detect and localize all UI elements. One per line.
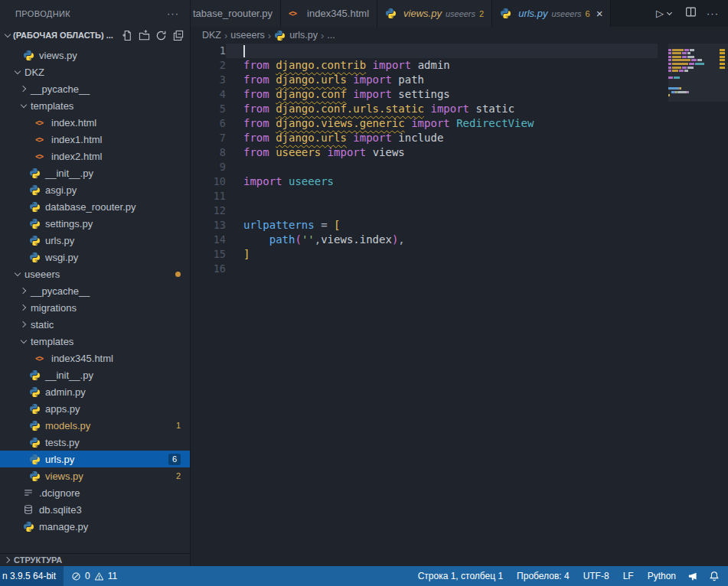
- line-number: 10: [191, 174, 226, 189]
- tree-item-index1.html[interactable]: <>index1.html: [0, 131, 190, 148]
- modified-dot: [175, 272, 181, 277]
- line-number: 14: [191, 233, 226, 247]
- indentation[interactable]: Пробелов: 4: [510, 571, 576, 581]
- code-line[interactable]: 13urlpatterns = [: [191, 218, 728, 233]
- bell-icon[interactable]: [704, 571, 728, 581]
- tree-item-DKZ[interactable]: DKZ: [0, 63, 190, 80]
- tree-item-models.py[interactable]: models.py1: [0, 417, 190, 434]
- minimap[interactable]: [668, 44, 717, 566]
- breadcrumb-item[interactable]: DKZ: [202, 30, 221, 41]
- error-count: 0: [85, 571, 90, 581]
- python-interpreter-status[interactable]: n 3.9.5 64-bit: [0, 566, 64, 586]
- tree-item-label: templates: [31, 100, 73, 112]
- tree-item-db.sqlite3[interactable]: db.sqlite3: [0, 501, 190, 518]
- tree-item-database_roouter.py[interactable]: database_roouter.py: [0, 198, 190, 215]
- tree-item-.dcignore[interactable]: .dcignore: [0, 484, 190, 501]
- code-line[interactable]: 9: [191, 160, 728, 174]
- code-line[interactable]: 7from django.urls import include: [191, 131, 728, 145]
- tree-item-label: index.html: [51, 117, 96, 129]
- tree-item-label: .dcignore: [39, 487, 80, 499]
- new-folder-button[interactable]: [139, 30, 150, 41]
- breadcrumb-item[interactable]: urls.py: [274, 30, 318, 41]
- tree-item-views.py[interactable]: views.py: [0, 47, 190, 63]
- breadcrumb: DKZ›useeers›urls.py›...: [191, 27, 728, 44]
- workspace-section-header[interactable]: (РАБОЧАЯ ОБЛАСТЬ) ...: [0, 27, 190, 44]
- tab-urls.py[interactable]: urls.pyuseeers6×: [492, 0, 611, 27]
- tree-item-label: urls.py: [45, 454, 74, 465]
- tree-item-label: urls.py: [45, 235, 74, 246]
- chevron-separator: ›: [321, 30, 324, 41]
- megaphone-icon[interactable]: [683, 571, 704, 581]
- code-line[interactable]: 14 path('',views.index),: [191, 233, 728, 247]
- breadcrumb-item[interactable]: ...: [327, 30, 335, 41]
- tree-item-urls.py[interactable]: urls.py6: [0, 451, 190, 467]
- more-actions-button[interactable]: ···: [707, 8, 719, 19]
- tab-description: useeers: [551, 9, 581, 18]
- breadcrumb-item[interactable]: useeers: [230, 30, 264, 41]
- tree-item-label: db.sqlite3: [39, 504, 82, 516]
- problems-status[interactable]: 0 11: [64, 571, 125, 581]
- close-tab-icon[interactable]: ×: [596, 7, 603, 20]
- tree-item-__pycache__[interactable]: __pycache__: [0, 282, 190, 299]
- python-icon: [385, 8, 400, 19]
- tree-item-index345.html[interactable]: <>index345.html: [0, 350, 190, 366]
- line-number: 5: [191, 102, 226, 116]
- code-editor[interactable]: 12from django.contrib import admin3from …: [191, 44, 728, 276]
- tree-item-asgi.py[interactable]: asgi.py: [0, 181, 190, 198]
- tree-item-__init__.py[interactable]: __init__.py: [0, 164, 190, 181]
- code-line[interactable]: 1: [191, 44, 728, 58]
- tab-label: views.py: [403, 8, 442, 19]
- tab-views.py[interactable]: views.pyuseeers2: [377, 0, 492, 27]
- new-file-button[interactable]: [122, 30, 133, 41]
- tree-item-static[interactable]: static: [0, 316, 190, 333]
- tree-item-views.py[interactable]: views.py2: [0, 467, 190, 484]
- tab-tabase_roouter.py[interactable]: tabase_roouter.py: [191, 0, 281, 27]
- code-line[interactable]: 16: [191, 262, 728, 276]
- python-icon: [29, 403, 44, 415]
- tree-item-admin.py[interactable]: admin.py: [0, 383, 190, 400]
- encoding[interactable]: UTF-8: [576, 571, 616, 581]
- tree-item-wsgi.py[interactable]: wsgi.py: [0, 249, 190, 265]
- tree-item-apps.py[interactable]: apps.py: [0, 400, 190, 417]
- tree-item-useeers[interactable]: useeers: [0, 265, 190, 282]
- code-area: 12from django.contrib import admin3from …: [191, 44, 728, 566]
- tree-item-index2.html[interactable]: <>index2.html: [0, 148, 190, 164]
- html-icon: <>: [35, 119, 50, 127]
- eol[interactable]: LF: [616, 571, 641, 581]
- tree-item-__init__.py[interactable]: __init__.py: [0, 366, 190, 383]
- refresh-button[interactable]: [155, 30, 167, 41]
- cursor-position[interactable]: Строка 1, столбец 1: [411, 571, 510, 581]
- code-line[interactable]: 4from django.conf import settings: [191, 87, 728, 102]
- tree-item-templates[interactable]: templates: [0, 333, 190, 350]
- chevron-separator: ›: [224, 30, 227, 41]
- tree-item-label: templates: [31, 336, 73, 347]
- code-line[interactable]: 6from django.views.generic import Redire…: [191, 116, 728, 131]
- split-editor-button[interactable]: [685, 6, 697, 21]
- code-line[interactable]: 3from django.urls import path: [191, 73, 728, 87]
- outline-section-header[interactable]: СТРУКТУРА: [0, 553, 190, 566]
- tree-item-label: useeers: [24, 269, 60, 280]
- tree-item-tests.py[interactable]: tests.py: [0, 434, 190, 451]
- tree-item-__pycache__[interactable]: __pycache__: [0, 80, 190, 97]
- tree-item-templates[interactable]: templates: [0, 97, 190, 114]
- code-line[interactable]: 15]: [191, 247, 728, 262]
- chevron-right-icon: [18, 83, 29, 94]
- explorer-more-button[interactable]: ···: [167, 8, 179, 19]
- code-line[interactable]: 8from useeers import views: [191, 145, 728, 160]
- collapse-all-button[interactable]: [172, 30, 184, 41]
- tree-item-urls.py[interactable]: urls.py: [0, 232, 190, 249]
- language-mode[interactable]: Python: [641, 571, 683, 581]
- tab-index345.html[interactable]: <>index345.html: [281, 0, 377, 27]
- code-line[interactable]: 2from django.contrib import admin: [191, 58, 728, 73]
- tree-item-migrations[interactable]: migrations: [0, 299, 190, 316]
- tree-item-manage.py[interactable]: manage.py: [0, 518, 190, 535]
- tree-item-settings.py[interactable]: settings.py: [0, 215, 190, 232]
- tree-item-index.html[interactable]: <>index.html: [0, 114, 190, 131]
- code-line[interactable]: 12: [191, 203, 728, 218]
- html-icon: <>: [35, 152, 50, 161]
- chevron-down-icon: [12, 67, 23, 77]
- run-button[interactable]: ▷: [656, 8, 675, 19]
- code-line[interactable]: 5from django.conf.urls.static import sta…: [191, 102, 728, 116]
- code-line[interactable]: 11: [191, 189, 728, 203]
- code-line[interactable]: 10import useeers: [191, 174, 728, 189]
